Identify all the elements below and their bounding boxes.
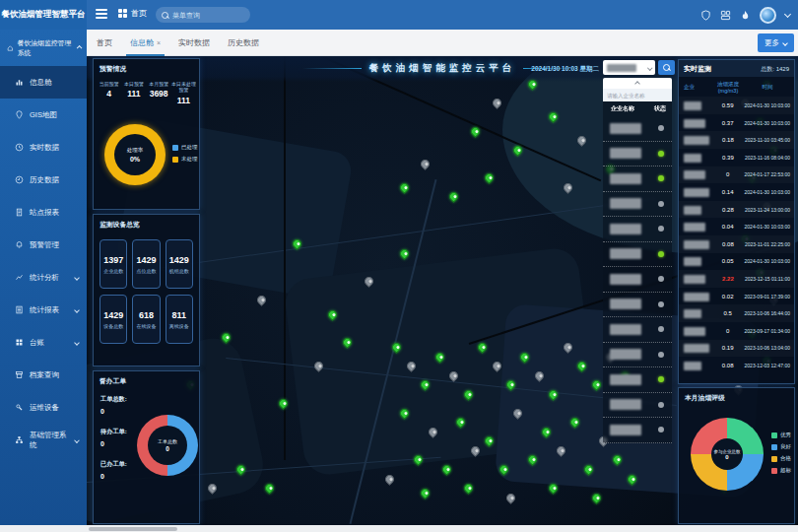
company-list-item[interactable]: [603, 192, 672, 218]
sidebar-item-stat-analysis[interactable]: 统计分析: [0, 261, 87, 294]
map-pin-online[interactable]: [277, 397, 290, 410]
tab-实时数据[interactable]: 实时数据: [178, 30, 210, 56]
hamburger-icon[interactable]: [96, 9, 107, 20]
sidebar-item-site-report[interactable]: 站点报表: [0, 196, 87, 229]
company-name-redacted: [684, 201, 711, 219]
map-pin-offline[interactable]: [255, 294, 268, 306]
concentration-value: 0.14: [711, 189, 745, 195]
more-button[interactable]: 更多: [758, 33, 794, 52]
horizontal-scrollbar[interactable]: [0, 525, 798, 532]
map-pin-online[interactable]: [419, 487, 432, 499]
realtime-total: 总数: 1429: [761, 65, 789, 74]
realtime-row[interactable]: 0.082023-11-01 22:25:00: [679, 235, 794, 253]
realtime-row[interactable]: 0.282023-11-24 13:00:00: [679, 201, 794, 219]
device-card[interactable]: 1429点位总数: [132, 239, 160, 289]
status-dot: [658, 326, 664, 332]
company-list-item[interactable]: [603, 343, 672, 368]
realtime-row[interactable]: 0.182023-11-10 03:45:00: [679, 131, 794, 149]
realtime-row[interactable]: 2.222023-12-15 01:11:00: [679, 270, 794, 288]
legend-item: 已处理: [172, 144, 198, 151]
company-list-item[interactable]: [603, 267, 672, 293]
map-pin-online[interactable]: [447, 190, 460, 203]
realtime-row[interactable]: 02023-09-17 01:34:00: [679, 322, 794, 340]
sidebar-item-warning-mgmt[interactable]: 预警管理: [0, 229, 87, 261]
realtime-row[interactable]: 0.082023-12-03 12:47:00: [679, 357, 794, 374]
company-list-item[interactable]: [603, 142, 672, 167]
sidebar-item-ops-device[interactable]: 运维设备: [0, 391, 87, 424]
company-list-item[interactable]: [603, 116, 672, 142]
donut-center-value: 0: [725, 454, 728, 460]
close-icon[interactable]: ×: [157, 39, 161, 46]
sidebar-item-gis-map[interactable]: GIS地图: [0, 99, 87, 131]
layout-icon[interactable]: [720, 10, 731, 21]
chevron-down-icon[interactable]: [784, 10, 791, 17]
company-list-item[interactable]: [603, 393, 672, 419]
company-list-item[interactable]: [603, 242, 672, 268]
avatar[interactable]: [760, 7, 776, 24]
company-list-item[interactable]: [603, 166, 672, 192]
realtime-row[interactable]: 0.052024-01-30 10:03:00: [679, 253, 794, 271]
tab-首页[interactable]: 首页: [97, 30, 112, 56]
scrollbar-thumb[interactable]: [89, 527, 177, 531]
map-pin-online[interactable]: [462, 482, 475, 495]
warning-stat: 本月预警3698: [147, 81, 171, 105]
map-pin-online[interactable]: [483, 171, 496, 184]
sidebar-item-ledger[interactable]: 台账: [0, 326, 87, 359]
map-pin-online[interactable]: [590, 492, 603, 504]
company-list-item[interactable]: [603, 418, 672, 443]
map-pin-online[interactable]: [263, 482, 276, 495]
realtime-panel-title: 实时监测: [684, 64, 711, 74]
company-name-redacted: [610, 274, 641, 285]
menu-search[interactable]: [156, 7, 250, 23]
company-search-button[interactable]: [658, 60, 675, 75]
map-pin-offline[interactable]: [383, 473, 396, 486]
realtime-row[interactable]: 0.372024-01-30 10:03:00: [679, 114, 794, 132]
tab-信息舱[interactable]: 信息舱×: [130, 30, 161, 56]
sidebar: 餐饮油烟监控管理系统 信息舱GIS地图实时数据历史数据站点报表预警管理统计分析统…: [0, 30, 87, 525]
nav-home[interactable]: 首页: [118, 8, 147, 19]
map-pin-offline[interactable]: [491, 97, 503, 109]
flame-icon[interactable]: [740, 10, 751, 21]
sidebar-item-realtime-data[interactable]: 实时数据: [0, 131, 87, 164]
realtime-row[interactable]: 0.022023-09-01 17:39:00: [679, 288, 794, 305]
device-card[interactable]: 1429设备总数: [100, 295, 127, 344]
sidebar-item-stat-report[interactable]: 统计报表: [0, 294, 87, 326]
map-pin-online[interactable]: [440, 463, 453, 476]
realtime-row[interactable]: 0.192023-10-06 13:04:00: [679, 340, 794, 358]
sidebar-item-base-mgmt[interactable]: 基础管理系统: [0, 424, 87, 456]
concentration-value: 0.5: [711, 310, 745, 316]
map-pin-online[interactable]: [398, 247, 411, 260]
map-pin-online[interactable]: [398, 181, 411, 194]
company-name-input[interactable]: [603, 89, 672, 101]
realtime-row[interactable]: 0.52023-10-06 16:44:00: [679, 304, 794, 322]
realtime-row[interactable]: 0.592024-01-30 10:03:00: [679, 97, 794, 114]
realtime-row[interactable]: 0.392023-11-16 08:04:00: [679, 149, 794, 166]
realtime-row[interactable]: 02024-01-17 22:53:00: [679, 166, 794, 184]
company-list-item[interactable]: [603, 217, 672, 242]
sidebar-item-label: 站点报表: [30, 208, 59, 218]
device-card[interactable]: 1429机组总数: [166, 239, 193, 289]
legend-label: 合格: [780, 455, 791, 462]
company-list-item[interactable]: [603, 367, 672, 393]
sidebar-item-history-data[interactable]: 历史数据: [0, 164, 87, 196]
company-select[interactable]: [603, 60, 655, 75]
status-dot: [658, 402, 664, 408]
realtime-row[interactable]: 0.042024-01-30 10:03:00: [679, 218, 794, 235]
company-name-redacted: [684, 218, 711, 235]
device-card[interactable]: 811离线设备: [166, 295, 193, 344]
company-name-redacted: [610, 148, 641, 159]
menu-search-input[interactable]: [172, 12, 241, 19]
company-list-item[interactable]: [603, 293, 672, 318]
sidebar-item-info-cabin[interactable]: 信息舱: [0, 66, 87, 99]
sidebar-section-header[interactable]: 餐饮油烟监控管理系统: [0, 30, 87, 66]
realtime-row[interactable]: 0.142024-01-30 10:03:00: [679, 183, 794, 201]
tab-历史数据[interactable]: 历史数据: [228, 30, 259, 56]
sidebar-item-archive-query[interactable]: 档案查询: [0, 359, 87, 391]
company-list-item[interactable]: [603, 317, 672, 343]
map-pin-offline[interactable]: [419, 158, 432, 170]
device-card[interactable]: 1397企业总数: [100, 239, 127, 289]
shield-icon[interactable]: [700, 10, 711, 21]
collapse-handle[interactable]: [603, 78, 672, 89]
map-pin-offline[interactable]: [504, 492, 517, 504]
device-card[interactable]: 618在线设备: [132, 295, 160, 344]
